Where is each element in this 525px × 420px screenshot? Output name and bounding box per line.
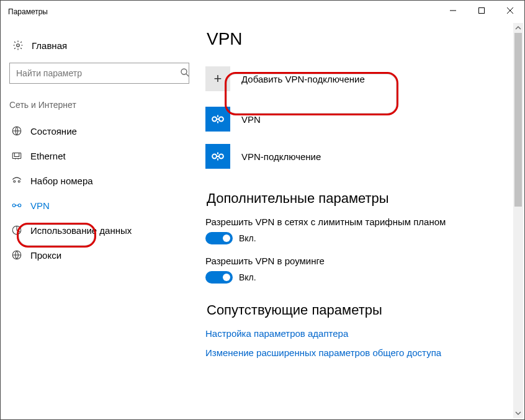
toggle-state: Вкл. xyxy=(239,233,256,243)
vpn-tile-icon xyxy=(205,144,230,169)
vertical-scrollbar[interactable] xyxy=(513,23,523,418)
page-title: VPN xyxy=(207,29,512,49)
sidebar-item-dialup[interactable]: Набор номера xyxy=(1,168,205,193)
svg-point-18 xyxy=(212,154,217,159)
advanced-heading: Дополнительные параметры xyxy=(207,190,512,207)
svg-point-17 xyxy=(219,117,223,122)
vpn-connection-label: VPN-подключение xyxy=(241,151,321,162)
dialup-icon xyxy=(8,175,25,186)
scroll-up-icon[interactable] xyxy=(513,23,523,33)
sidebar-item-label: VPN xyxy=(25,200,50,211)
sidebar-item-vpn[interactable]: VPN xyxy=(1,193,205,218)
setting-label: Разрешить VPN в роуминге xyxy=(205,256,512,266)
sidebar-home-label: Главная xyxy=(27,40,67,51)
maximize-button[interactable] xyxy=(467,1,496,20)
sidebar-item-status[interactable]: Состояние xyxy=(1,118,205,143)
globe-grid-icon xyxy=(8,125,25,136)
svg-rect-1 xyxy=(479,8,485,14)
close-button[interactable] xyxy=(496,1,524,20)
search-input[interactable] xyxy=(9,63,189,84)
svg-point-11 xyxy=(18,181,20,182)
sidebar-home[interactable]: Главная xyxy=(1,33,205,58)
minimize-button[interactable] xyxy=(439,1,467,20)
svg-point-5 xyxy=(181,69,187,74)
window-controls xyxy=(439,1,524,20)
toggle-roaming[interactable]: Вкл. xyxy=(205,271,512,284)
svg-point-12 xyxy=(12,204,16,207)
sidebar-item-data-usage[interactable]: Использование данных xyxy=(1,218,205,243)
vpn-tile-icon xyxy=(205,107,230,132)
toggle-state: Вкл. xyxy=(239,272,256,282)
globe-icon xyxy=(8,249,25,261)
scroll-down-icon[interactable] xyxy=(513,408,523,418)
sidebar-item-label: Прокси xyxy=(25,250,61,261)
link-adapter-settings[interactable]: Настройка параметров адаптера xyxy=(205,328,512,339)
svg-point-19 xyxy=(219,154,223,159)
search-icon xyxy=(179,67,191,78)
plus-icon: + xyxy=(205,66,230,91)
sidebar-category: Сеть и Интернет xyxy=(1,94,205,118)
sidebar-item-label: Набор номера xyxy=(25,176,93,186)
window-title: Параметры xyxy=(8,7,48,16)
svg-point-4 xyxy=(17,44,20,47)
setting-roaming: Разрешить VPN в роуминге Вкл. xyxy=(205,256,512,284)
sidebar-item-ethernet[interactable]: Ethernet xyxy=(1,143,205,168)
toggle-metered[interactable]: Вкл. xyxy=(205,232,512,244)
gear-icon xyxy=(9,40,27,51)
add-vpn-button[interactable]: + Добавить VPN-подключение xyxy=(205,61,512,96)
sidebar: Главная Сеть и Интернет Состояние xyxy=(1,23,205,419)
vpn-connection-item[interactable]: VPN-подключение xyxy=(205,141,512,172)
svg-point-16 xyxy=(212,117,217,122)
svg-point-13 xyxy=(18,204,21,207)
related-heading: Сопутствующие параметры xyxy=(207,302,512,318)
svg-line-6 xyxy=(186,74,189,76)
svg-rect-9 xyxy=(14,153,19,157)
vpn-icon xyxy=(8,200,25,211)
svg-rect-8 xyxy=(12,153,21,159)
vpn-connection-item[interactable]: VPN xyxy=(205,104,512,135)
add-vpn-label: Добавить VPN-подключение xyxy=(241,74,365,84)
ethernet-icon xyxy=(8,150,25,161)
search-container xyxy=(9,63,197,84)
setting-label: Разрешить VPN в сетях с лимитным тарифны… xyxy=(205,217,512,227)
sidebar-item-proxy[interactable]: Прокси xyxy=(1,243,205,267)
sidebar-item-label: Состояние xyxy=(25,126,77,136)
sidebar-nav-list: Состояние Ethernet Набор номера xyxy=(1,118,205,267)
svg-point-10 xyxy=(14,181,16,182)
content-pane: VPN + Добавить VPN-подключение VPN xyxy=(205,23,524,419)
scrollbar-thumb[interactable] xyxy=(514,33,522,207)
vpn-connection-label: VPN xyxy=(241,114,261,125)
sidebar-item-label: Использование данных xyxy=(25,225,132,236)
sidebar-item-label: Ethernet xyxy=(25,151,66,161)
setting-metered: Разрешить VPN в сетях с лимитным тарифны… xyxy=(205,217,512,244)
link-advanced-sharing[interactable]: Изменение расширенных параметров общего … xyxy=(205,347,512,358)
data-usage-icon xyxy=(8,225,25,236)
